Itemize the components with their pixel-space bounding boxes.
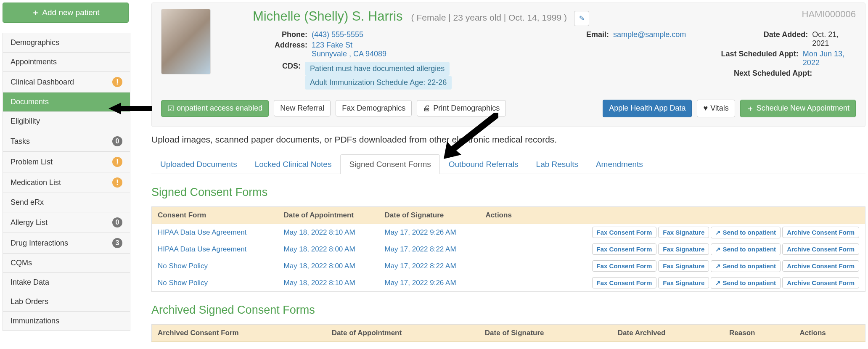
- sidebar-nav: DemographicsAppointmentsClinical Dashboa…: [3, 33, 130, 331]
- cds-alert-immunization[interactable]: Adult Immunization Schedule Age: 22-26: [305, 76, 452, 90]
- signature-date-link[interactable]: May 17, 2022 8:22 AM: [379, 258, 480, 275]
- tab-uploaded-documents[interactable]: Uploaded Documents: [151, 154, 246, 174]
- send-to-onpatient-button[interactable]: ↗Send to onpatient: [711, 277, 781, 289]
- table-row: No Show PolicyMay 18, 2022 8:10 AMMay 17…: [152, 275, 865, 292]
- action-label: Fax Signature: [663, 262, 704, 270]
- archive-consent-form-button[interactable]: Archive Consent Form: [782, 243, 859, 255]
- plus-icon: ＋: [32, 7, 40, 18]
- archived-consent-forms-table: Archived Consent Form Date of Appointmen…: [151, 324, 865, 342]
- heart-icon: ♥: [703, 104, 708, 113]
- consent-form-link[interactable]: HIPAA Data Use Agreement: [152, 241, 278, 258]
- edit-patient-button[interactable]: ✎: [574, 11, 589, 26]
- action-label: Send to onpatient: [722, 229, 776, 236]
- last-appt-link[interactable]: Mon Jun 13, 2022: [803, 50, 856, 67]
- appointment-date-link[interactable]: May 18, 2022 8:10 AM: [278, 275, 379, 292]
- fax-consent-form-button[interactable]: Fax Consent Form: [592, 277, 657, 288]
- address-line2[interactable]: Sunnyvale , CA 94089: [312, 50, 386, 58]
- phone-label: Phone:: [253, 30, 312, 39]
- email-link[interactable]: sample@sample.com: [613, 30, 686, 39]
- schedule-appointment-button[interactable]: ＋ Schedule New Appointment: [740, 100, 856, 117]
- appointment-date-link[interactable]: May 18, 2022 8:00 AM: [278, 241, 379, 258]
- fax-signature-button[interactable]: Fax Signature: [658, 227, 709, 238]
- patient-name: Michelle (Shelly) S. Harris: [253, 9, 403, 24]
- archive-consent-form-button[interactable]: Archive Consent Form: [782, 260, 859, 272]
- address-line1[interactable]: 123 Fake St: [312, 41, 386, 50]
- archive-consent-form-button[interactable]: Archive Consent Form: [782, 277, 859, 288]
- patient-demographics: ( Female | 23 years old | Oct. 14, 1999 …: [411, 13, 567, 22]
- tab-signed-consent-forms[interactable]: Signed Consent Forms: [340, 154, 439, 174]
- action-label: Send to onpatient: [722, 262, 776, 270]
- sidebar-item-drug-interactions[interactable]: Drug Interactions3: [3, 233, 130, 254]
- sidebar-item-appointments[interactable]: Appointments: [3, 53, 130, 72]
- action-label: Send to onpatient: [722, 246, 776, 253]
- new-referral-button[interactable]: New Referral: [274, 100, 331, 116]
- sidebar-item-clinical-dashboard[interactable]: Clinical Dashboard!: [3, 72, 130, 93]
- sidebar-item-tasks[interactable]: Tasks0: [3, 131, 130, 152]
- fax-signature-button[interactable]: Fax Signature: [658, 260, 709, 272]
- tab-locked-clinical-notes[interactable]: Locked Clinical Notes: [246, 154, 341, 174]
- cds-label: CDS:: [253, 62, 305, 90]
- sidebar-item-label: Documents: [11, 98, 49, 106]
- send-to-onpatient-button[interactable]: ↗Send to onpatient: [711, 243, 781, 255]
- arrow-signed-tab: [435, 113, 498, 159]
- row-actions: Fax Consent FormFax Signature↗Send to on…: [480, 224, 865, 241]
- warning-badge: !: [112, 157, 122, 167]
- fax-consent-form-button[interactable]: Fax Consent Form: [592, 243, 657, 255]
- pencil-icon: ✎: [579, 14, 585, 22]
- sidebar-item-label: Immunizations: [11, 317, 59, 325]
- col-archived-date-sig: Date of Signature: [479, 324, 612, 341]
- fax-signature-button[interactable]: Fax Signature: [658, 243, 709, 255]
- consent-form-link[interactable]: HIPAA Data Use Agreement: [152, 224, 278, 241]
- phone-link[interactable]: (443) 555-5555: [312, 30, 363, 39]
- fax-signature-button[interactable]: Fax Signature: [658, 277, 709, 288]
- sidebar-item-label: CQMs: [11, 259, 32, 267]
- action-label: Fax Consent Form: [597, 246, 652, 253]
- signature-date-link[interactable]: May 17, 2022 8:22 AM: [379, 241, 480, 258]
- col-actions: Actions: [480, 206, 865, 224]
- sidebar-item-cqms[interactable]: CQMs: [3, 254, 130, 273]
- send-to-onpatient-button[interactable]: ↗Send to onpatient: [711, 227, 781, 238]
- fax-consent-form-button[interactable]: Fax Consent Form: [592, 260, 657, 272]
- action-label: Archive Consent Form: [787, 279, 855, 286]
- col-archived-actions: Actions: [794, 324, 865, 341]
- patient-id: HAMI000006: [802, 9, 856, 20]
- signed-consent-forms-heading: Signed Consent Forms: [151, 186, 865, 199]
- sidebar-item-lab-orders[interactable]: Lab Orders: [3, 292, 130, 312]
- warning-badge: !: [112, 77, 122, 87]
- count-badge: 3: [112, 238, 122, 248]
- sidebar-item-label: Appointments: [11, 58, 57, 66]
- archive-consent-form-button[interactable]: Archive Consent Form: [782, 227, 859, 238]
- sidebar-item-demographics[interactable]: Demographics: [3, 33, 130, 53]
- signature-date-link[interactable]: May 17, 2022 9:26 AM: [379, 224, 480, 241]
- next-appt-label: Next Scheduled Appt:: [703, 69, 816, 78]
- sidebar-item-intake-data[interactable]: Intake Data: [3, 273, 130, 292]
- sidebar-item-label: Problem List: [11, 158, 53, 167]
- address-label: Address:: [253, 41, 312, 58]
- row-actions: Fax Consent FormFax Signature↗Send to on…: [480, 258, 865, 275]
- appointment-date-link[interactable]: May 18, 2022 8:10 AM: [278, 224, 379, 241]
- warning-badge: !: [112, 177, 122, 188]
- onpatient-access-button[interactable]: ☑ onpatient access enabled: [161, 100, 269, 117]
- fax-consent-form-button[interactable]: Fax Consent Form: [592, 227, 657, 238]
- send-to-onpatient-button[interactable]: ↗Send to onpatient: [711, 260, 781, 272]
- consent-form-link[interactable]: No Show Policy: [152, 258, 278, 275]
- tab-lab-results[interactable]: Lab Results: [527, 154, 587, 174]
- sidebar-item-medication-list[interactable]: Medication List!: [3, 172, 130, 193]
- apple-health-button[interactable]: Apple Health App Data: [603, 100, 692, 117]
- consent-form-link[interactable]: No Show Policy: [152, 275, 278, 292]
- add-patient-button[interactable]: ＋ Add new patient: [3, 3, 129, 23]
- sidebar-item-send-erx[interactable]: Send eRx: [3, 193, 130, 212]
- sidebar-item-label: Lab Orders: [11, 297, 48, 306]
- fax-demographics-button[interactable]: Fax Demographics: [336, 100, 412, 116]
- signature-date-link[interactable]: May 17, 2022 9:26 AM: [379, 275, 480, 292]
- appointment-date-link[interactable]: May 18, 2022 8:00 AM: [278, 258, 379, 275]
- sidebar-item-label: Clinical Dashboard: [11, 78, 74, 87]
- vitals-label: Vitals: [710, 104, 729, 113]
- onpatient-access-label: onpatient access enabled: [177, 104, 262, 113]
- tab-amendments[interactable]: Amendments: [587, 154, 652, 174]
- sidebar-item-immunizations[interactable]: Immunizations: [3, 312, 130, 331]
- vitals-button[interactable]: ♥ Vitals: [697, 100, 735, 117]
- sidebar-item-problem-list[interactable]: Problem List!: [3, 152, 130, 172]
- sidebar-item-allergy-list[interactable]: Allergy List0: [3, 212, 130, 233]
- cds-alert-allergies[interactable]: Patient must have documented allergies: [305, 62, 450, 76]
